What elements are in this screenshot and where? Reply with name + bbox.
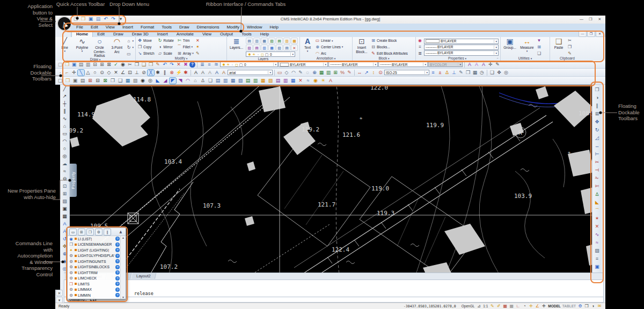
- ribbon-tab-help[interactable]: Help: [256, 31, 273, 37]
- rectangle-small-icon[interactable]: ▭: [127, 52, 134, 57]
- layer-walk2-icon[interactable]: ▦: [260, 78, 266, 84]
- scale-icon[interactable]: ▱Scale: [158, 50, 174, 56]
- publish-icon[interactable]: ⊠: [106, 62, 112, 68]
- extend-icon[interactable]: ⊣: [594, 167, 601, 173]
- quick-snap-icon[interactable]: ⚡: [175, 70, 182, 76]
- view-iso-icon[interactable]: ◠: [185, 78, 191, 84]
- redline-icon[interactable]: ✎: [494, 62, 501, 68]
- copy-icon[interactable]: ❐: [134, 62, 140, 68]
- dim-edit-icon[interactable]: ✎: [458, 70, 464, 76]
- lock-icon[interactable]: ◻: [235, 62, 239, 68]
- snap-markers-icon[interactable]: ✱: [182, 70, 189, 76]
- layer-previous-icon[interactable]: ▧: [276, 45, 283, 51]
- cut-icon[interactable]: ✂: [127, 62, 133, 68]
- ribbon-tab-output[interactable]: Output: [216, 31, 237, 37]
- undo-icon[interactable]: ↶: [103, 16, 109, 22]
- hatch-edit-icon[interactable]: ▨: [594, 248, 601, 254]
- point-cloud-icon[interactable]: ⊞: [537, 44, 541, 49]
- plot-preview-icon[interactable]: ⊞: [99, 62, 105, 68]
- blocks-icon[interactable]: ⊟Blocks...: [371, 44, 408, 49]
- help-badge[interactable]: ?: [115, 248, 120, 252]
- autocomplete-item[interactable]: ✦LIGHT (LIGHTING)?: [68, 247, 121, 253]
- autocomplete-item[interactable]: ⚙LIGHTGLYPHDISPLAY?: [68, 253, 121, 259]
- ribbon-tab-draw-3d[interactable]: Draw 3D: [128, 31, 153, 37]
- region-icon[interactable]: ▣: [62, 206, 68, 212]
- copy-entity-icon[interactable]: ❐Copy: [137, 44, 155, 49]
- gear-icon[interactable]: ⚙: [95, 229, 103, 236]
- help-badge[interactable]: ?: [115, 265, 120, 269]
- esnap-icon[interactable]: ✎: [489, 304, 495, 309]
- close-cmdbar-icon[interactable]: ✕: [56, 290, 63, 296]
- edit-block-attributes-icon[interactable]: ✎Edit Block Attributes: [371, 50, 408, 56]
- named-views-icon[interactable]: ❏: [489, 70, 495, 76]
- linetype-combo-toolbar[interactable]: ————BYLAYER▾: [328, 62, 378, 67]
- view-left-icon[interactable]: ◤: [170, 78, 176, 84]
- status-scale[interactable]: 1:1: [483, 304, 488, 308]
- arc-button[interactable]: ◠3-PointArc: [109, 38, 125, 57]
- scale2-icon[interactable]: ◿: [594, 135, 601, 141]
- layer-thaw2-icon[interactable]: ▥: [252, 78, 259, 84]
- annotation-scale-icon[interactable]: ⊿: [476, 304, 481, 309]
- color-wheel-icon[interactable]: ◉: [418, 38, 422, 43]
- desktop-icon[interactable]: ❐: [86, 229, 94, 236]
- layer-color-icon[interactable]: ▢: [239, 62, 243, 68]
- pan-icon[interactable]: ✥: [496, 70, 502, 76]
- snap-parallel-icon[interactable]: ∥: [162, 70, 168, 76]
- stretch-icon[interactable]: ↘Stretch: [137, 50, 155, 56]
- dim-radius-icon[interactable]: ⊙: [377, 70, 384, 76]
- circle-icon[interactable]: ○: [62, 146, 68, 152]
- donut-icon[interactable]: ◎: [62, 153, 68, 159]
- layer-combo[interactable]: ✹☀▫◻▢0▾: [246, 52, 295, 57]
- mtext2-icon[interactable]: A: [62, 221, 68, 227]
- qat-more-icon[interactable]: ▾: [118, 16, 124, 22]
- match-properties-icon[interactable]: ✎: [567, 50, 572, 56]
- line-icon[interactable]: ╱: [62, 86, 68, 92]
- dim-linear-icon[interactable]: ↔: [356, 70, 363, 76]
- menu-view[interactable]: View: [102, 25, 119, 30]
- dimstyle-combo[interactable]: ISO-25▾: [384, 70, 429, 75]
- viewport-new-icon[interactable]: ⊠: [102, 78, 108, 84]
- array-icon[interactable]: ⊞Array▾: [177, 50, 194, 56]
- layer-isolate-icon[interactable]: ▦: [291, 38, 298, 44]
- dim-history-icon[interactable]: ◷: [479, 70, 485, 76]
- snap-track-icon[interactable]: ✛: [71, 70, 77, 76]
- menu-dimensions[interactable]: Dimensions: [193, 25, 223, 30]
- help-badge[interactable]: ?: [115, 237, 120, 241]
- polyline-icon[interactable]: ∿: [62, 116, 68, 122]
- render-icon[interactable]: A: [327, 78, 334, 84]
- dock-icon[interactable]: ⊞: [78, 229, 85, 236]
- explode-icon[interactable]: ✶: [195, 44, 200, 49]
- pedit-icon[interactable]: ∿: [594, 232, 601, 238]
- save-icon[interactable]: ▣: [71, 62, 77, 68]
- revcloud-icon[interactable]: ◠: [290, 70, 297, 76]
- circle-button[interactable]: ○CircleCenter-Radius: [92, 38, 107, 57]
- menu-tools[interactable]: Tools: [158, 25, 175, 30]
- autocomplete-item[interactable]: ⚙LIMMIN?: [68, 292, 121, 298]
- paste-special-icon[interactable]: ❒: [148, 62, 154, 68]
- save-icon[interactable]: ▣: [87, 16, 94, 22]
- single-line-text-icon[interactable]: A: [200, 70, 206, 76]
- mirror2-icon[interactable]: ◑: [594, 95, 601, 101]
- dim-aligned-icon[interactable]: ↗: [363, 70, 370, 76]
- paste-icon[interactable]: ❑: [141, 62, 147, 68]
- bulb-on-icon[interactable]: ✹: [247, 52, 252, 57]
- text-edit-icon[interactable]: A: [480, 62, 487, 68]
- dim-override-icon[interactable]: ▦: [472, 70, 478, 76]
- cut-icon[interactable]: ✂: [567, 38, 572, 43]
- center-lines-icon[interactable]: ⊕Center Lines▾: [315, 44, 343, 49]
- help-badge[interactable]: ?: [115, 282, 120, 286]
- mdi-minimize-icon[interactable]: —: [579, 31, 587, 37]
- lineweight-combo-toolbar[interactable]: ————BYLAYER▾: [378, 62, 428, 67]
- ortho-icon[interactable]: ∟: [515, 304, 521, 309]
- freeze-icon[interactable]: ▫: [230, 62, 235, 68]
- layer-lock-icon[interactable]: ▤: [276, 38, 283, 44]
- align-icon[interactable]: ≡: [594, 256, 601, 262]
- status-opengl[interactable]: OpenGL: [462, 304, 475, 308]
- redo-icon[interactable]: ↷: [110, 16, 116, 22]
- help-badge[interactable]: ?: [115, 259, 120, 263]
- autocomplete-item[interactable]: ⚙LIGHTSINBLOCKS?: [68, 264, 121, 270]
- image-attach-icon[interactable]: ▦: [125, 78, 131, 84]
- trim2-icon[interactable]: ✂: [594, 159, 601, 165]
- view-right-icon[interactable]: ◥: [177, 78, 184, 84]
- ribbon-tab-home[interactable]: Home: [71, 31, 93, 37]
